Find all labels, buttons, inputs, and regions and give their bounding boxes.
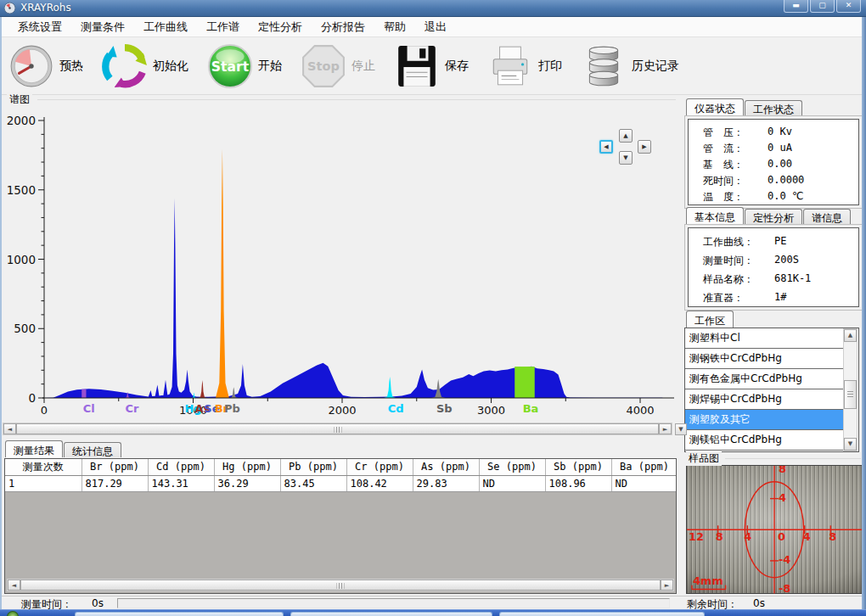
tab-instrument-status[interactable]: 仪器状态: [686, 98, 744, 115]
workspace-item-solder[interactable]: 测焊锡中CrCdPbHg: [685, 389, 843, 410]
menu-item-measure-conditions[interactable]: 测量条件: [71, 17, 134, 37]
workspace-item-mg-al[interactable]: 测镁铝中CrCdPbHg: [685, 430, 843, 451]
refresh-arrows-icon: [102, 43, 148, 89]
workspace-item-nonferrous[interactable]: 测有色金属中CrCdPbHg: [685, 369, 843, 389]
results-table-region: 测量次数Br (ppm)Cd (ppm)Hg (ppm)Pb (ppm)Cr (…: [4, 458, 677, 594]
tab-work-status[interactable]: 工作状态: [745, 100, 802, 115]
results-scroll-thumb[interactable]: [20, 580, 661, 591]
result-cell: 83.45: [280, 475, 346, 491]
result-cell: 143.31: [148, 475, 214, 491]
menu-item-work-curve[interactable]: 工作曲线: [134, 17, 197, 37]
workspace-item-plastic-cl[interactable]: 测塑料中Cl: [685, 328, 843, 349]
menu-item-qualitative-analysis[interactable]: 定性分析: [249, 17, 312, 37]
workspace-scroll-down-button[interactable]: ▼: [844, 438, 857, 451]
svg-text:1500: 1500: [7, 183, 36, 197]
workspace-scrollbar[interactable]: ▲ ▼: [843, 328, 858, 451]
results-scroll-right-button[interactable]: ►: [661, 580, 673, 591]
column-header: Ba (ppm): [611, 459, 677, 475]
elapsed-time-value: 0s: [92, 597, 104, 609]
menu-item-exit[interactable]: 退出: [415, 17, 456, 37]
chart-scroll-thumb[interactable]: [16, 423, 659, 434]
initialize-button[interactable]: 初始化: [102, 43, 188, 89]
results-data-row[interactable]: 1817.29143.3136.2983.45108.4229.83ND108.…: [5, 475, 677, 491]
result-cell: 108.42: [346, 475, 413, 491]
minimize-button[interactable]: ▬: [784, 0, 808, 13]
workspace-scroll-up-button[interactable]: ▲: [844, 329, 857, 342]
chart-scroll-right-button[interactable]: ►: [659, 423, 672, 434]
start-orb-sliver[interactable]: [7, 611, 19, 616]
toolbar: 预热 初始化 Start 开始: [2, 37, 862, 95]
svg-text:Stop: Stop: [307, 59, 340, 73]
print-button[interactable]: 打印: [487, 43, 562, 89]
svg-text:-4: -4: [779, 553, 790, 566]
element-label-Cl: Cl: [83, 402, 95, 415]
workspace-list: 测塑料中Cl 测钢铁中CrCdPbHg 测有色金属中CrCdPbHg 测焊锡中C…: [684, 328, 859, 452]
column-header: Sb (ppm): [545, 459, 611, 475]
pan-right-button[interactable]: ▶: [638, 140, 651, 154]
svg-text:8: 8: [716, 530, 723, 543]
history-button[interactable]: 历史记录: [581, 43, 679, 89]
dead-time-value: 0.0000: [768, 174, 804, 188]
taskbar-window-button[interactable]: [290, 612, 492, 616]
chart-scroll-left-button[interactable]: ◄: [3, 423, 16, 434]
column-header: As (ppm): [413, 459, 479, 475]
result-cell: ND: [479, 475, 545, 491]
taskbar-window-button[interactable]: [75, 612, 284, 616]
app-logo-icon: [3, 2, 16, 14]
svg-text:2000: 2000: [7, 114, 36, 127]
peak-Cl: [82, 389, 86, 398]
pan-left-button[interactable]: ◀: [599, 140, 613, 154]
start-button[interactable]: Start 开始: [207, 43, 282, 89]
dead-time-label: 死时间：: [703, 174, 768, 188]
menu-item-work-spectrum[interactable]: 工作谱: [197, 17, 249, 37]
pan-up-button[interactable]: ▲: [619, 129, 633, 143]
spectrum-area: [44, 199, 662, 398]
work-curve-label: 工作曲线：: [703, 235, 774, 249]
element-label-Ba: Ba: [523, 402, 539, 415]
workspace-item-steel[interactable]: 测钢铁中CrCdPbHg: [685, 349, 843, 369]
start-orb-icon: Start: [207, 43, 253, 89]
preheat-button[interactable]: 预热: [8, 43, 83, 89]
close-button[interactable]: ✕: [836, 0, 861, 13]
print-label: 打印: [538, 59, 562, 74]
column-header: Hg (ppm): [214, 459, 280, 475]
menu-item-analysis-report[interactable]: 分析报告: [312, 17, 374, 37]
menu-item-help[interactable]: 帮助: [374, 17, 415, 37]
stop-label: 停止: [351, 59, 375, 74]
pan-down-button[interactable]: ▼: [619, 151, 633, 165]
taskbar-window-button[interactable]: [499, 612, 705, 616]
os-taskbar[interactable]: [0, 609, 866, 616]
stop-button[interactable]: Stop 停止: [301, 43, 375, 89]
element-label-Cr: Cr: [126, 402, 140, 415]
workspace-scroll-thumb[interactable]: [844, 380, 857, 409]
initialize-label: 初始化: [153, 59, 188, 74]
chart-hscrollbar[interactable]: ◄ ►: [3, 423, 672, 435]
tab-workspace[interactable]: 工作区: [686, 311, 734, 328]
svg-text:0: 0: [778, 530, 785, 543]
chart-scroll-down-button[interactable]: ▼: [675, 423, 687, 435]
start-label: 开始: [258, 59, 282, 74]
tab-basic-info[interactable]: 基本信息: [686, 207, 744, 224]
maximize-button[interactable]: ▢: [810, 0, 835, 13]
stop-octagon-icon: Stop: [301, 43, 346, 89]
svg-text:2000: 2000: [328, 404, 356, 417]
element-label-Cd: Cd: [388, 402, 404, 415]
spectrum-group-label: 谱图: [7, 92, 32, 107]
menu-item-system-settings[interactable]: 系统设置: [8, 17, 71, 37]
baseline-label: 基 线：: [703, 158, 768, 172]
column-header: Se (ppm): [479, 459, 545, 475]
save-button[interactable]: 保存: [394, 43, 469, 89]
sample-camera-image: 128404884-4-84mm: [686, 465, 863, 594]
svg-text:0: 0: [41, 404, 48, 417]
database-icon: [581, 43, 627, 89]
tab-statistics[interactable]: 统计信息: [64, 442, 121, 457]
svg-text:0: 0: [28, 391, 36, 405]
workspace-item-plastic-other[interactable]: 测塑胶及其它: [685, 410, 843, 430]
results-hscrollbar[interactable]: ◄ ►: [7, 579, 674, 591]
result-cell: 1: [5, 475, 82, 491]
tab-measure-results[interactable]: 测量结果: [5, 440, 63, 457]
tab-qualitative[interactable]: 定性分析: [745, 209, 802, 224]
tab-spectrum-info[interactable]: 谱信息: [803, 209, 851, 224]
results-scroll-left-button[interactable]: ◄: [8, 580, 20, 591]
window-title: XRAYRohs: [20, 2, 71, 14]
